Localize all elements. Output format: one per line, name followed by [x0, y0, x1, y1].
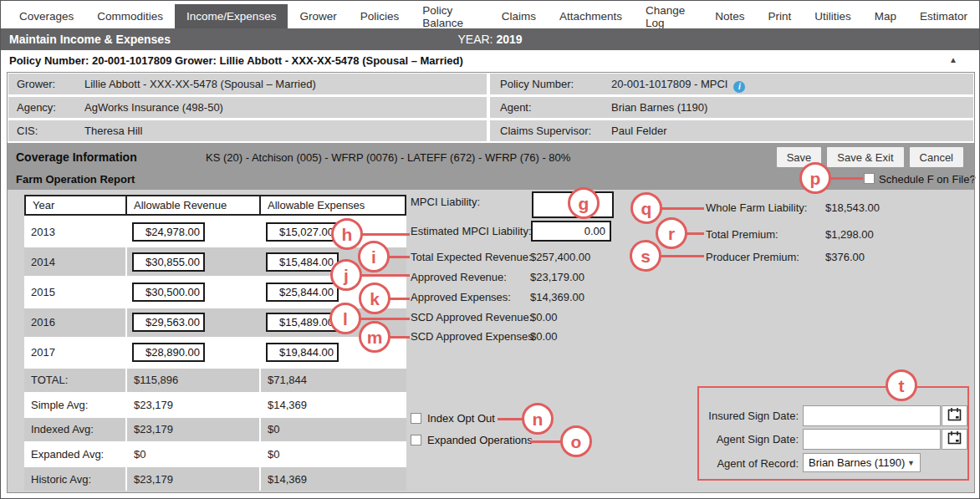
total-expected-revenue-label: Total Expected Revenue: [411, 251, 532, 263]
agent-sign-date-input[interactable] [803, 429, 941, 450]
info-label: CIS: [17, 125, 38, 137]
annotation-circle-n: n [522, 403, 554, 435]
tab-print[interactable]: Print [756, 4, 803, 28]
calendar-icon [947, 430, 962, 448]
expanded-operations-checkbox[interactable] [411, 435, 421, 446]
sign-panel: Insured Sign Date:Agent Sign Date:Agent … [697, 386, 969, 481]
approved-expenses-value: $14,369.00 [530, 291, 584, 303]
info-value: Lillie Abbott - XXX-XX-5478 (Spousal – M… [84, 78, 316, 90]
summary-label-expanded-avg: Expanded Avg: [24, 443, 127, 466]
table-year-cell: 2015 [24, 278, 127, 306]
annotation-circle-j: j [330, 259, 362, 291]
annotation-line-n [498, 418, 523, 420]
summary-label-simple-avg: Simple Avg: [24, 394, 127, 417]
tab-estimator[interactable]: Estimator [908, 4, 979, 28]
annotation-circle-l: l [329, 303, 361, 334]
scd-approved-expenses-value: $0.00 [530, 330, 558, 343]
agent-of-record-dropdown[interactable]: Brian Barnes (1190)▼ [803, 453, 921, 472]
summary-revenue-value: $23,179 [127, 418, 261, 441]
summary-revenue-value: $23,179 [127, 467, 261, 491]
dropdown-value: Brian Barnes (1190) [809, 456, 905, 469]
annotation-line-o [530, 440, 561, 443]
insured-sign-date-calendar-button[interactable] [942, 405, 967, 426]
annotation-line-s [661, 255, 704, 257]
tab-coverages[interactable]: Coverages [8, 4, 85, 28]
insured-sign-date-label: Insured Sign Date: [699, 410, 799, 422]
annotation-circle-t: t [886, 369, 917, 401]
info-value: Brian Barnes (1190) [611, 101, 707, 114]
action-buttons: SaveSave & ExitCancel [776, 146, 964, 168]
expenses-input-2015[interactable] [266, 283, 339, 302]
tab-policy-balance[interactable]: Policy Balance [411, 4, 489, 28]
info-value: Paul Felder [611, 125, 666, 137]
tab-policies[interactable]: Policies [349, 4, 411, 28]
revenue-input-2015[interactable] [132, 283, 205, 302]
tab-claims[interactable]: Claims [490, 4, 548, 28]
tab-map[interactable]: Map [863, 4, 908, 28]
annotation-line-p [830, 177, 863, 180]
expenses-input-2013[interactable] [266, 222, 339, 242]
agent-sign-date-calendar-button[interactable] [942, 429, 967, 450]
annotation-line-r [687, 232, 704, 235]
info-label: Agency: [17, 101, 56, 114]
calendar-icon [947, 407, 962, 425]
year-value: 2019 [496, 33, 522, 46]
tab-commodities[interactable]: Commodities [85, 4, 175, 28]
total-expected-revenue-value: $257,400.00 [530, 251, 590, 263]
annotation-circle-r: r [656, 217, 687, 249]
info-row-agency: Agency:AgWorks Insurance (498-50) [8, 97, 487, 118]
total-premium-value: $1,298.00 [825, 228, 874, 241]
table-revenue-cell [127, 217, 261, 246]
table-year-cell: 2016 [24, 308, 127, 337]
index-opt-out-checkbox[interactable] [411, 413, 421, 424]
table-revenue-cell [127, 278, 261, 306]
tab-income-expenses[interactable]: Income/Expenses [175, 4, 288, 28]
estimated-mpci-liability-input[interactable] [531, 221, 611, 242]
table-revenue-cell [127, 247, 261, 276]
summary-expenses-value: $0 [261, 418, 406, 441]
info-icon[interactable]: i [733, 81, 745, 93]
info-value: AgWorks Insurance (498-50) [84, 101, 223, 114]
expenses-input-2016[interactable] [266, 313, 339, 332]
tab-utilities[interactable]: Utilities [803, 4, 863, 28]
tab-attachments[interactable]: Attachments [548, 4, 634, 28]
tab-change-log[interactable]: Change Log [634, 4, 703, 28]
table-revenue-cell [127, 308, 261, 337]
page-title: Maintain Income & Expenses [9, 33, 171, 46]
annotation-circle-h: h [331, 218, 363, 250]
coverage-detail: KS (20) - Atchison (005) - WFRP (0076) -… [206, 151, 570, 164]
summary-expenses-value: $71,844 [261, 369, 406, 392]
annotation-circle-p: p [799, 162, 831, 194]
revenue-input-2016[interactable] [132, 313, 205, 332]
table-header-allowable-revenue: Allowable Revenue [127, 195, 261, 216]
expenses-input-2014[interactable] [266, 252, 339, 272]
schedule-f-checkbox[interactable] [864, 173, 875, 184]
index-opt-out-label: Index Opt Out [427, 412, 495, 425]
chevron-down-icon: ▼ [907, 459, 915, 467]
annotation-circle-s: s [630, 240, 661, 272]
summary-expenses-value: $14,369 [261, 467, 406, 491]
revenue-input-2014[interactable] [132, 252, 205, 272]
total-premium-label: Total Premium: [706, 228, 778, 241]
annotation-line-l [360, 318, 410, 320]
revenue-input-2013[interactable] [132, 222, 205, 242]
schedule-f-label: Schedule F on File? [879, 173, 976, 186]
info-row-claims-supervisor: Claims Supervisor:Paul Felder [490, 120, 973, 141]
expenses-input-2017[interactable] [266, 343, 339, 362]
tab-notes[interactable]: Notes [703, 4, 756, 28]
summary-label-total: TOTAL: [24, 369, 127, 392]
year-label: YEAR: [457, 33, 493, 46]
cancel-button[interactable]: Cancel [909, 146, 964, 168]
revenue-input-2017[interactable] [132, 343, 205, 362]
annotation-circle-q: q [630, 192, 662, 224]
tab-grower[interactable]: Grower [288, 4, 348, 28]
insured-sign-date-input[interactable] [803, 405, 941, 426]
summary-revenue-value: $0 [127, 443, 261, 466]
collapse-arrow-icon[interactable]: ▲ [949, 55, 957, 64]
producer-premium-value: $376.00 [825, 251, 865, 263]
coverage-title: Coverage Information [16, 150, 137, 164]
table-header-allowable-expenses: Allowable Expenses [261, 195, 406, 216]
annotation-line-k [390, 298, 410, 300]
agent-sign-date-label: Agent Sign Date: [699, 433, 799, 446]
save-exit-button[interactable]: Save & Exit [826, 146, 904, 168]
